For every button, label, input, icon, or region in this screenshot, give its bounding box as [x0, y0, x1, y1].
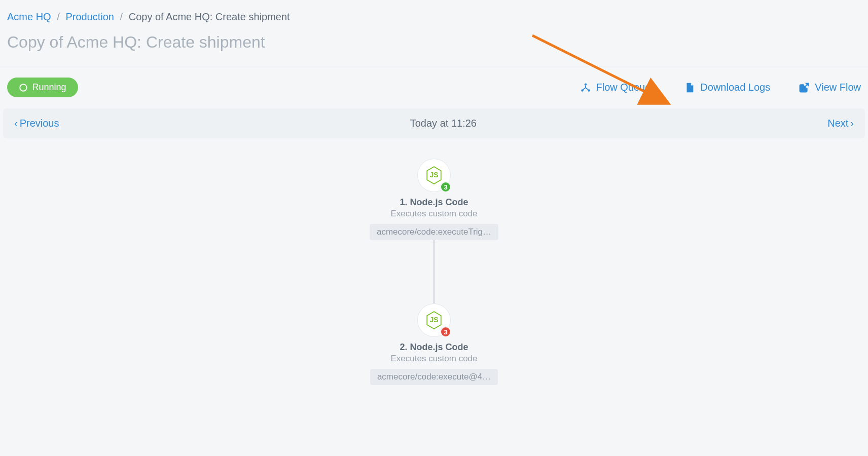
chevron-right-icon: › [850, 118, 854, 129]
node-badge: 3 [440, 326, 451, 337]
next-label: Next [827, 118, 848, 129]
download-logs-link[interactable]: Download Logs [684, 82, 770, 93]
view-flow-link[interactable]: View Flow [799, 82, 861, 93]
breadcrumb-env[interactable]: Production [65, 11, 114, 22]
run-pager: ‹ Previous Today at 11:26 Next › [3, 108, 865, 138]
node-subtitle: Executes custom code [358, 209, 510, 219]
svg-point-2 [581, 89, 583, 91]
nodejs-icon: JS [425, 166, 443, 184]
nodejs-icon: JS [425, 311, 443, 329]
next-button[interactable]: Next › [827, 118, 854, 129]
page-title: Copy of Acme HQ: Create shipment [7, 33, 861, 52]
queues-icon [580, 82, 591, 93]
breadcrumb-sep: / [120, 11, 123, 22]
file-icon [684, 82, 695, 93]
previous-label: Previous [20, 118, 59, 129]
toolbar: Running Flow Queues Download Logs View F… [0, 66, 868, 108]
node-path: acmecore/code:executeTrig… [370, 224, 498, 240]
chevron-left-icon: ‹ [14, 118, 18, 129]
flow-node[interactable]: JS 3 1. Node.js Code Executes custom cod… [358, 159, 510, 243]
svg-text:JS: JS [429, 316, 438, 324]
breadcrumb-sep: / [57, 11, 60, 22]
run-timestamp: Today at 11:26 [59, 118, 827, 129]
node-icon-circle: JS 3 [417, 303, 451, 337]
status-label: Running [32, 82, 66, 93]
node-icon-circle: JS 3 [417, 159, 451, 192]
flow-canvas: JS 3 1. Node.js Code Executes custom cod… [0, 138, 868, 417]
svg-point-3 [588, 89, 590, 91]
breadcrumb-org[interactable]: Acme HQ [7, 11, 51, 22]
svg-point-1 [584, 83, 586, 85]
breadcrumb-current: Copy of Acme HQ: Create shipment [129, 11, 290, 22]
node-path: acmecore/code:execute@4… [370, 369, 498, 385]
flow-node[interactable]: JS 3 2. Node.js Code Executes custom cod… [358, 303, 510, 388]
breadcrumb: Acme HQ / Production / Copy of Acme HQ: … [7, 11, 861, 23]
page-header: Acme HQ / Production / Copy of Acme HQ: … [0, 0, 868, 66]
node-title: 1. Node.js Code [358, 197, 510, 208]
svg-text:JS: JS [429, 171, 438, 179]
previous-button[interactable]: ‹ Previous [14, 118, 59, 129]
flow-connector [433, 240, 435, 303]
node-badge: 3 [440, 181, 451, 193]
node-subtitle: Executes custom code [358, 354, 510, 364]
svg-point-0 [20, 84, 27, 91]
node-title: 2. Node.js Code [358, 342, 510, 353]
running-icon [19, 83, 28, 92]
flow-queues-link[interactable]: Flow Queues [580, 82, 656, 93]
download-logs-label: Download Logs [700, 82, 770, 93]
flow-queues-label: Flow Queues [596, 82, 656, 93]
view-flow-label: View Flow [815, 82, 861, 93]
external-link-icon [799, 82, 810, 93]
status-badge: Running [7, 78, 78, 97]
